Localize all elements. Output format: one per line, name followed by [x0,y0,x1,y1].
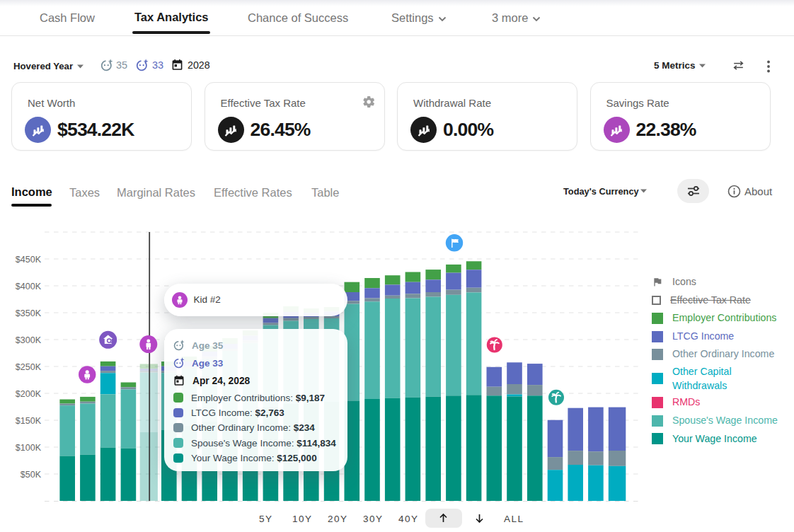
svg-text:$450K: $450K [16,255,42,265]
svg-text:$400K: $400K [16,282,42,291]
svg-text:$50K: $50K [21,470,42,480]
svg-text:$350K: $350K [16,308,42,318]
svg-text:$150K: $150K [16,416,42,426]
svg-text:$300K: $300K [16,335,42,345]
svg-text:$100K: $100K [16,443,42,453]
svg-text:$200K: $200K [16,389,42,399]
svg-text:$250K: $250K [16,362,42,372]
